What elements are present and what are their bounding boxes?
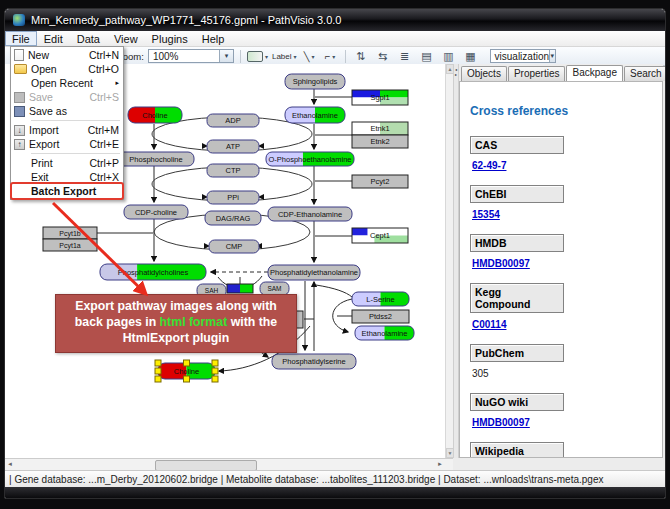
pathway-node[interactable]: Cept1 [352,228,408,243]
pathway-node[interactable]: CTP [207,164,259,177]
menu-help[interactable]: Help [195,31,232,46]
menu-plugins[interactable]: Plugins [145,31,195,46]
title-bar[interactable]: Mm_Kennedy_pathway_WP1771_45176.gpml - P… [5,9,665,31]
pathway-node[interactable] [227,284,253,293]
selection-handle[interactable] [184,376,190,382]
pathway-node[interactable]: Ethanolamine [285,107,345,123]
scroll-left-icon[interactable]: ◄ [7,461,13,467]
xref-section-cas: CAS62-49-7 [470,136,662,173]
selection-handle[interactable] [155,368,161,374]
label-button-text: Label [272,52,292,61]
selection-handle[interactable] [184,360,190,366]
tab-objects[interactable]: Objects [461,66,507,81]
new-label-button[interactable]: Label ▾ [272,48,297,64]
node-label: Etnk2 [370,137,389,146]
align-horizontal-button[interactable]: ⇆ [374,48,392,64]
align-horizontal-icon: ⇆ [378,50,387,63]
line-icon: ╲ [304,51,310,62]
menu-item-exit[interactable]: ExitCtrl+X [12,170,122,184]
splitter-expand-icon[interactable]: ▸ [455,72,457,77]
pathway-node[interactable]: Pcyt1b [43,227,97,239]
pathway-node[interactable]: PPi [207,191,259,204]
menu-item-save[interactable]: SaveCtrl+S [12,90,122,104]
visualization-combobox[interactable]: visualization ▾ [490,49,556,63]
sidebar-panel: Objects Properties Backpage Search Legen… [459,64,663,458]
pathway-node[interactable]: Pcyt1a [43,239,97,251]
xref-link[interactable]: 62-49-7 [472,160,506,171]
menu-item-save-as[interactable]: Save as [12,104,122,118]
blank-icon [14,171,27,183]
common-width-button[interactable]: ▥ [440,48,458,64]
new-datanode-button[interactable]: ▾ [247,48,268,64]
menu-item-shortcut: Ctrl+E [90,138,119,150]
pathway-node[interactable]: Choline [155,360,218,382]
pathway-node[interactable]: CMP [209,240,259,253]
menu-item-label: Import [29,124,59,136]
align-vertical-button[interactable]: ⇅ [352,48,370,64]
save-icon [14,92,25,103]
menu-item-label: Open Recent [31,77,93,89]
tab-properties[interactable]: Properties [508,66,566,81]
new-connector-button[interactable]: ⌐ ▾ [322,48,339,64]
selection-handle[interactable] [155,360,161,366]
pathway-node[interactable]: Sphingolipids [285,74,345,89]
pathway-node[interactable]: CDP-Ethanolamine [268,207,352,221]
node-label: Choline [142,111,167,120]
pathway-node[interactable]: Etnk1 [352,122,408,135]
pathway-node[interactable]: O-Phosphoethanolamine [266,152,354,166]
xref-section-wikipedia: WikipediaCholine [470,442,662,458]
tab-search[interactable]: Search [624,66,666,81]
tab-backpage[interactable]: Backpage [566,65,622,81]
menu-data[interactable]: Data [70,31,107,46]
distribute-button[interactable]: ≣ [396,48,414,64]
pathway-node[interactable]: Phosphocholine [118,152,194,166]
pathway-node[interactable]: Phosphatidylethanolamine [268,265,360,280]
menu-item-open[interactable]: OpenCtrl+O [12,62,122,76]
chevron-down-icon: ▾ [311,53,314,60]
pathway-node[interactable]: DAG/RAG [205,211,261,225]
menu-item-import[interactable]: ↓ImportCtrl+M [12,123,122,137]
xref-section-hmdb: HMDBHMDB00097 [470,234,662,271]
pathway-node[interactable]: Ethanolamine [355,326,414,340]
pathway-node[interactable]: Phosphatidylserine [272,354,356,369]
selection-handle[interactable] [212,360,218,366]
pathway-node[interactable]: L-Serine [352,292,409,306]
menu-item-export[interactable]: ↑ExportCtrl+E [12,137,122,151]
chevron-down-icon[interactable]: ▾ [219,50,233,62]
xref-link[interactable]: HMDB00097 [472,258,530,269]
xref-section-header: ChEBI [470,185,564,203]
menu-item-new[interactable]: NewCtrl+N [12,48,122,62]
pathway-node[interactable]: CDP-choline [124,205,188,219]
menu-view[interactable]: View [107,31,145,46]
pathway-node[interactable]: Phosphatidylcholines [100,264,206,280]
pathway-node[interactable]: Sgpl1 [352,90,408,105]
pathway-node[interactable]: Ptdss2 [352,310,409,323]
xref-link[interactable]: HMDB00097 [472,417,530,428]
common-width-icon: ▥ [443,50,453,63]
new-line-button[interactable]: ╲ ▾ [301,48,318,64]
node-label: Ethanolamine [292,111,338,120]
selection-handle[interactable] [155,376,161,382]
chevron-down-icon[interactable]: ▾ [549,50,555,62]
pathway-node[interactable]: Choline [128,107,182,123]
zoom-combobox[interactable]: 100% ▾ [148,49,234,63]
menu-item-label: Save as [29,105,67,117]
xref-link[interactable]: C00114 [472,319,506,330]
node-label: Choline [174,367,199,376]
menu-file[interactable]: File [5,31,37,46]
selection-handle[interactable] [212,376,218,382]
common-size-button[interactable]: ▤ [418,48,436,64]
pathway-node[interactable]: Etnk2 [352,135,408,148]
common-height-button[interactable]: ▦ [462,48,480,64]
menu-item-print[interactable]: PrintCtrl+P [12,156,122,170]
menu-item-open-recent[interactable]: Open Recent▸ [12,76,122,90]
pathway-node[interactable]: ATP [207,140,259,153]
pathway-node[interactable]: Pcyt2 [352,175,408,188]
selection-handle[interactable] [212,368,218,374]
menu-edit[interactable]: Edit [37,31,70,46]
menu-item-batch-export[interactable]: Batch Export [12,184,122,198]
pathway-node[interactable]: ADP [207,114,259,127]
pathway-edge[interactable] [316,285,352,297]
xref-link[interactable]: 15354 [472,209,500,220]
scroll-right-icon[interactable]: ► [437,461,443,467]
